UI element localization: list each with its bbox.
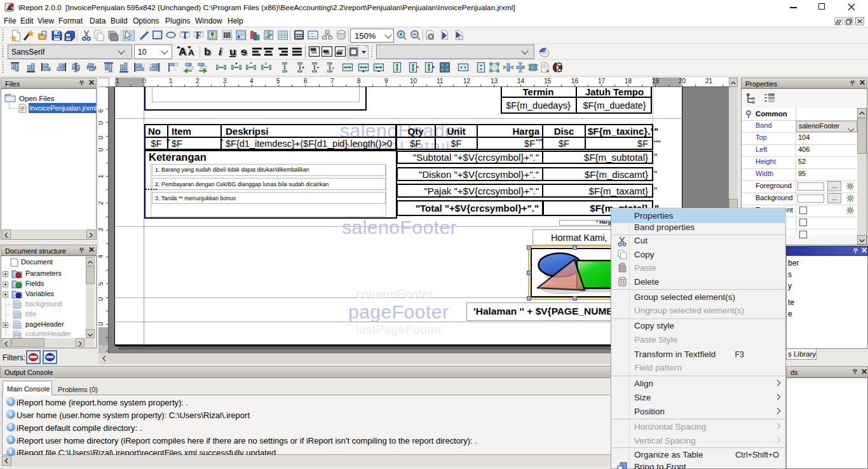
svg-text:u: u (229, 46, 236, 58)
svg-text:A: A (179, 46, 186, 58)
svg-text:F: F (196, 30, 202, 41)
svg-text:T: T (182, 30, 189, 41)
svg-text:A: A (188, 48, 194, 57)
svg-text:s: s (241, 46, 247, 58)
svg-text:b: b (204, 46, 210, 58)
